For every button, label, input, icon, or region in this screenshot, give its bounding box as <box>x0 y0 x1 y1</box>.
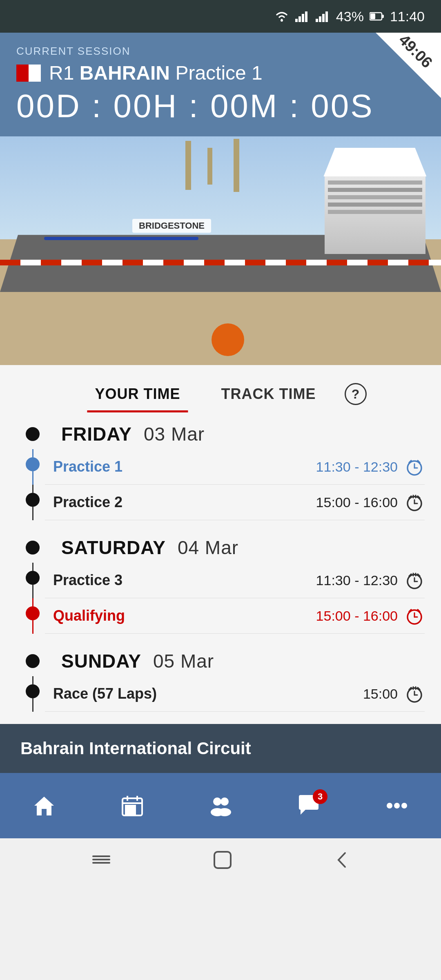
system-nav-bar <box>0 838 441 883</box>
session-title-row: R1 BAHRAIN Practice 1 <box>16 62 425 84</box>
bridgestone-text: BRIDGESTONE <box>139 220 205 231</box>
friday-day: FRIDAY 03 Mar <box>53 423 205 445</box>
svg-rect-10 <box>382 15 384 18</box>
svg-point-57 <box>218 808 231 816</box>
round-label: R1 <box>49 62 74 84</box>
practice1-row: Practice 1 11:30 - 12:30 <box>20 449 425 485</box>
practice3-time: 11:30 - 12:30 <box>316 570 425 590</box>
track-barriers <box>0 260 441 265</box>
tab-track-time[interactable]: TRACK TIME <box>201 377 336 411</box>
qualifying-name: Qualifying <box>53 607 125 624</box>
nav-home[interactable] <box>32 793 56 818</box>
svg-rect-50 <box>126 806 130 810</box>
current-session-label: CURRENT SESSION <box>16 45 425 58</box>
nav-drivers[interactable] <box>208 793 233 818</box>
race-timeline <box>20 676 45 712</box>
signal2-icon <box>316 11 330 22</box>
grandstand-row <box>328 188 422 192</box>
svg-point-58 <box>387 803 392 808</box>
svg-rect-1 <box>295 19 298 22</box>
home-button[interactable] <box>196 850 249 872</box>
grandstand <box>318 148 432 254</box>
calendar-icon <box>120 793 145 818</box>
messages-badge: 3 <box>313 789 327 804</box>
grandstand-row <box>328 180 422 185</box>
sunday-timeline-header <box>20 654 45 668</box>
line-below-p1 <box>32 471 33 485</box>
grandstand-row <box>328 203 422 207</box>
sunday-dot <box>26 654 40 668</box>
saturday-block: SATURDAY 04 Mar Practice 3 11:30 - 12:30 <box>20 532 425 634</box>
practice2-alarm-icon[interactable] <box>404 492 425 512</box>
track-image: BRIDGESTONE <box>0 136 441 365</box>
practice2-row: Practice 2 15:00 - 16:00 <box>20 485 425 520</box>
bottom-nav: 3 <box>0 773 441 838</box>
svg-rect-7 <box>322 14 325 22</box>
line-above-p2 <box>32 485 33 493</box>
svg-rect-3 <box>302 14 304 22</box>
practice3-content: Practice 3 11:30 - 12:30 <box>45 563 425 598</box>
svg-rect-64 <box>214 852 231 868</box>
help-button[interactable]: ? <box>345 383 367 405</box>
line-below-p3 <box>32 585 33 598</box>
line-below-race <box>32 698 33 712</box>
svg-rect-8 <box>325 11 328 22</box>
line-above-race <box>32 676 33 684</box>
qualifying-row: Qualifying 15:00 - 16:00 <box>20 598 425 634</box>
svg-point-55 <box>220 797 229 806</box>
svg-rect-51 <box>131 806 135 810</box>
nav-more[interactable] <box>385 793 409 818</box>
svg-rect-11 <box>370 13 375 19</box>
session-title: R1 BAHRAIN Practice 1 <box>49 62 263 84</box>
recent-apps-button[interactable] <box>75 851 128 871</box>
status-icons: 43% 11:40 <box>274 9 425 24</box>
line-above-q <box>32 598 33 606</box>
track-blue-line <box>44 237 198 240</box>
svg-rect-6 <box>319 16 321 22</box>
practice1-alarm-icon[interactable] <box>404 457 425 477</box>
more-icon <box>385 793 409 818</box>
nav-calendar[interactable] <box>120 793 145 818</box>
svg-rect-53 <box>131 811 135 815</box>
race-row: Race (57 Laps) 15:00 <box>20 676 425 712</box>
line-above-p1 <box>32 449 33 457</box>
orange-barrier <box>212 323 244 356</box>
svg-rect-2 <box>298 16 301 22</box>
practice3-row: Practice 3 11:30 - 12:30 <box>20 563 425 598</box>
practice1-dot <box>26 457 40 471</box>
friday-timeline-header <box>20 427 45 441</box>
session-header: CURRENT SESSION R1 BAHRAIN Practice 1 00… <box>0 33 441 136</box>
line-below-p2 <box>32 507 33 520</box>
practice2-name: Practice 2 <box>53 494 122 511</box>
svg-point-59 <box>394 803 400 808</box>
practice3-name: Practice 3 <box>53 572 122 589</box>
back-button[interactable] <box>317 850 366 872</box>
sunday-block: SUNDAY 05 Mar Race (57 Laps) 15:00 <box>20 646 425 712</box>
battery-icon <box>370 12 384 21</box>
crane-3 <box>234 139 239 192</box>
svg-rect-52 <box>126 811 130 815</box>
race-alarm-icon[interactable] <box>404 684 425 704</box>
tab-your-time[interactable]: YOUR TIME <box>75 377 201 411</box>
line-above-p3 <box>32 563 33 571</box>
friday-dot <box>26 427 40 441</box>
bahrain-flag <box>16 65 41 82</box>
practice3-alarm-icon[interactable] <box>404 570 425 590</box>
crane-1 <box>185 141 191 190</box>
practice2-dot <box>26 493 40 507</box>
svg-point-60 <box>401 803 407 808</box>
nav-messages[interactable]: 3 <box>296 793 321 819</box>
svg-point-0 <box>281 19 283 22</box>
qualifying-alarm-icon[interactable] <box>404 606 425 626</box>
drivers-icon <box>208 793 233 818</box>
practice3-timeline <box>20 563 45 598</box>
signal-icon <box>295 11 310 22</box>
sunday-header: SUNDAY 05 Mar <box>20 646 425 676</box>
schedule-section: YOUR TIME TRACK TIME ? FRIDAY 03 Mar <box>0 365 441 724</box>
friday-block: FRIDAY 03 Mar Practice 1 11:30 - 12:30 <box>20 419 425 520</box>
svg-rect-5 <box>316 19 318 22</box>
status-bar: 43% 11:40 <box>0 0 441 33</box>
schedule-list: FRIDAY 03 Mar Practice 1 11:30 - 12:30 <box>0 411 441 724</box>
friday-header: FRIDAY 03 Mar <box>20 419 425 449</box>
practice1-time: 11:30 - 12:30 <box>316 457 425 477</box>
